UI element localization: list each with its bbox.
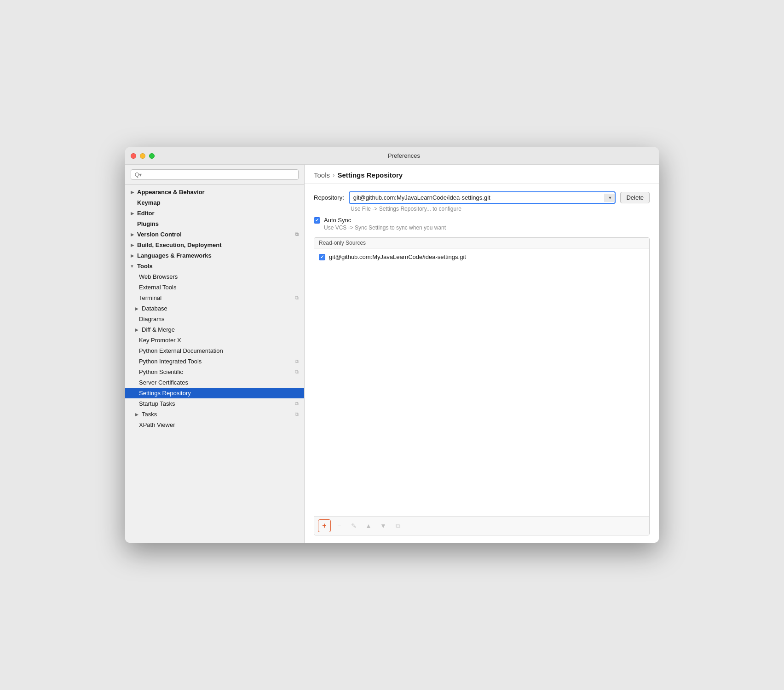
sidebar-item-diff-merge[interactable]: ▶ Diff & Merge — [125, 324, 304, 335]
sidebar-item-appearance[interactable]: ▶ Appearance & Behavior — [125, 187, 304, 197]
breadcrumb-tools: Tools — [314, 171, 330, 179]
sidebar-item-label: Diff & Merge — [142, 326, 175, 333]
sidebar-item-label: Build, Execution, Deployment — [137, 242, 221, 248]
readonly-sources-section: Read-only Sources git@github.com:MyJavaL… — [314, 237, 650, 535]
chevron-down-icon: ▼ — [129, 263, 135, 270]
sidebar-item-label: Version Control — [137, 231, 182, 238]
copy-icon: ⧉ — [295, 401, 299, 407]
edit-button[interactable]: ✎ — [347, 519, 360, 532]
auto-sync-row: Auto Sync — [314, 217, 650, 224]
sidebar-item-label: External Tools — [139, 284, 176, 291]
repository-input-wrap: ▼ — [349, 191, 616, 204]
maximize-button[interactable] — [149, 153, 155, 159]
sidebar-item-version-control[interactable]: ▶ Version Control ⧉ — [125, 229, 304, 240]
chevron-right-icon: ▶ — [133, 305, 140, 312]
sidebar-item-label: Startup Tasks — [139, 400, 175, 407]
sidebar-item-database[interactable]: ▶ Database — [125, 303, 304, 314]
chevron-right-icon: ▶ — [129, 231, 135, 238]
sidebar-item-keymap[interactable]: Keymap — [125, 197, 304, 208]
sidebar-item-label: Python External Documentation — [139, 347, 223, 354]
readonly-item-value: git@github.com:MyJavaLearnCode/idea-sett… — [329, 253, 466, 260]
repository-dropdown-button[interactable]: ▼ — [605, 194, 615, 202]
sidebar-item-tasks[interactable]: ▶ Tasks ⧉ — [125, 409, 304, 420]
chevron-right-icon: ▶ — [129, 242, 135, 248]
sidebar-item-label: Languages & Frameworks — [137, 252, 212, 259]
sidebar-item-python-ext-doc[interactable]: Python External Documentation — [125, 345, 304, 356]
sidebar-item-label: Server Certificates — [139, 379, 188, 386]
sidebar-item-editor[interactable]: ▶ Editor — [125, 208, 304, 218]
sidebar-item-key-promoter[interactable]: Key Promoter X — [125, 335, 304, 345]
repository-row: Repository: ▼ Delete — [314, 191, 650, 204]
chevron-right-icon: ▶ — [129, 189, 135, 196]
sidebar-item-external-tools[interactable]: External Tools — [125, 282, 304, 293]
move-up-button[interactable]: ▲ — [362, 519, 375, 532]
delete-button[interactable]: Delete — [620, 192, 650, 203]
sidebar-item-server-certs[interactable]: Server Certificates — [125, 377, 304, 388]
search-bar: Q▾ — [125, 165, 304, 185]
window-title: Preferences — [155, 152, 653, 159]
chevron-right-icon: ▶ — [133, 411, 140, 418]
copy-icon: ⧉ — [295, 369, 299, 375]
list-item: git@github.com:MyJavaLearnCode/idea-sett… — [314, 251, 649, 263]
repository-input[interactable] — [350, 192, 605, 203]
toolbar-row: + − ✎ ▲ ▼ ⧉ — [314, 516, 649, 535]
sidebar-item-label: Tasks — [142, 411, 157, 418]
chevron-right-icon: ▶ — [129, 253, 135, 259]
panel-header: Tools › Settings Repository — [305, 165, 659, 184]
minimize-button[interactable] — [140, 153, 145, 159]
copy-icon: ⧉ — [295, 358, 299, 364]
sync-hint: Use VCS -> Sync Settings to sync when yo… — [324, 224, 650, 231]
preferences-window: Preferences Q▾ ▶ Appearance & Behavior — [125, 147, 659, 543]
spacer-icon — [129, 221, 135, 227]
sidebar-item-terminal[interactable]: Terminal ⧉ — [125, 293, 304, 303]
copy-icon: ⧉ — [295, 411, 299, 417]
right-panel: Tools › Settings Repository Repository: … — [305, 165, 659, 543]
move-down-button[interactable]: ▼ — [377, 519, 390, 532]
sidebar-item-startup-tasks[interactable]: Startup Tasks ⧉ — [125, 398, 304, 409]
sidebar-item-label: Terminal — [139, 294, 161, 301]
sidebar-item-plugins[interactable]: Plugins — [125, 218, 304, 229]
close-button[interactable] — [131, 153, 136, 159]
copy-icon: ⧉ — [295, 231, 299, 237]
sidebar-item-languages[interactable]: ▶ Languages & Frameworks — [125, 250, 304, 261]
sidebar-item-python-int-tools[interactable]: Python Integrated Tools ⧉ — [125, 356, 304, 367]
sidebar-item-label: Editor — [137, 210, 155, 217]
readonly-item-checkbox[interactable] — [319, 254, 325, 260]
sidebar-item-diagrams[interactable]: Diagrams — [125, 314, 304, 324]
sidebar-item-label: Database — [142, 305, 167, 312]
auto-sync-checkbox[interactable] — [314, 217, 320, 224]
traffic-lights — [131, 153, 155, 159]
repository-hint: Use File -> Settings Repository... to co… — [351, 206, 650, 212]
search-wrap[interactable]: Q▾ — [131, 169, 299, 180]
sidebar-item-label: Diagrams — [139, 316, 165, 322]
sidebar-item-build[interactable]: ▶ Build, Execution, Deployment — [125, 240, 304, 250]
copy-icon: ⧉ — [295, 295, 299, 301]
panel-body: Repository: ▼ Delete Use File -> Setting… — [305, 184, 659, 543]
search-icon: Q▾ — [135, 172, 142, 178]
sidebar-item-web-browsers[interactable]: Web Browsers — [125, 271, 304, 282]
spacer-icon — [129, 200, 135, 206]
chevron-right-icon: ▶ — [133, 327, 140, 333]
sidebar: Q▾ ▶ Appearance & Behavior Keymap ▶ — [125, 165, 305, 543]
sidebar-item-label: Python Scientific — [139, 368, 183, 375]
readonly-sources-list: git@github.com:MyJavaLearnCode/idea-sett… — [314, 248, 649, 516]
sidebar-item-label: Python Integrated Tools — [139, 358, 202, 365]
sidebar-item-label: Tools — [137, 263, 153, 270]
add-button[interactable]: + — [318, 519, 331, 532]
sidebar-item-label: Settings Repository — [139, 390, 191, 397]
duplicate-button[interactable]: ⧉ — [392, 519, 404, 532]
breadcrumb-current: Settings Repository — [337, 171, 403, 179]
sidebar-item-label: Keymap — [137, 199, 161, 206]
sidebar-tree: ▶ Appearance & Behavior Keymap ▶ Editor … — [125, 185, 304, 543]
main-content: Q▾ ▶ Appearance & Behavior Keymap ▶ — [125, 165, 659, 543]
sidebar-item-label: Web Browsers — [139, 273, 178, 280]
breadcrumb-separator: › — [333, 172, 334, 178]
sidebar-item-xpath-viewer[interactable]: XPath Viewer — [125, 420, 304, 430]
remove-button[interactable]: − — [333, 519, 346, 532]
sidebar-item-python-scientific[interactable]: Python Scientific ⧉ — [125, 367, 304, 377]
sidebar-item-label: XPath Viewer — [139, 421, 175, 428]
search-input[interactable] — [144, 171, 294, 178]
chevron-right-icon: ▶ — [129, 210, 135, 217]
sidebar-item-tools[interactable]: ▼ Tools — [125, 261, 304, 271]
sidebar-item-settings-repo[interactable]: Settings Repository — [125, 388, 304, 398]
